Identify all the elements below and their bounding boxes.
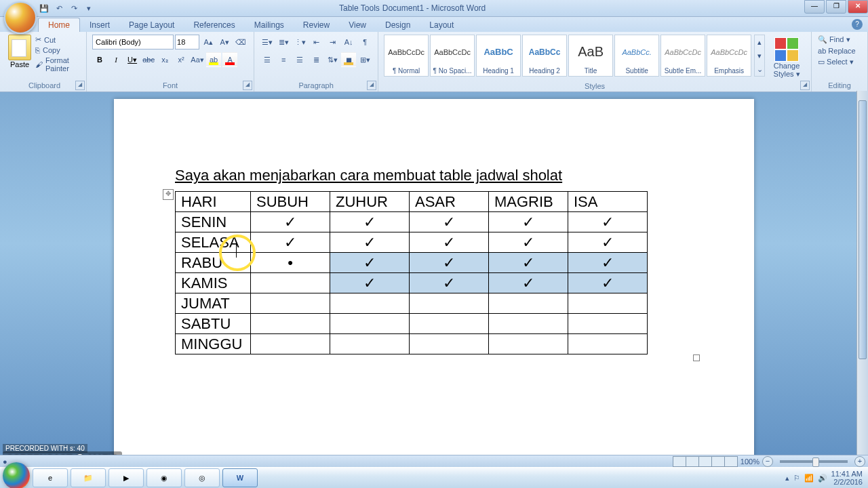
tab-design[interactable]: Design: [376, 18, 420, 32]
font-color-button[interactable]: A: [222, 52, 237, 67]
bold-button[interactable]: B: [92, 52, 107, 67]
tab-layout[interactable]: Layout: [420, 18, 463, 32]
table-cell[interactable]: ✓: [410, 253, 489, 273]
table-row[interactable]: JUMAT: [176, 293, 648, 314]
table-cell[interactable]: [568, 293, 648, 314]
taskbar-explorer[interactable]: 📁: [71, 468, 106, 487]
style-item[interactable]: AaBTitle: [568, 35, 613, 77]
table-cell[interactable]: ✓: [568, 273, 648, 293]
font-name-input[interactable]: [92, 35, 174, 49]
table-cell[interactable]: ✓: [568, 212, 648, 232]
table-cell[interactable]: [489, 334, 568, 354]
zoom-in-button[interactable]: +: [854, 456, 865, 467]
change-case-button[interactable]: Aa▾: [190, 52, 205, 67]
taskbar-ie[interactable]: e: [33, 468, 68, 487]
clear-format-button[interactable]: ⌫: [233, 35, 248, 49]
style-item[interactable]: AaBbCcDc¶ No Spaci...: [430, 35, 475, 77]
table-resize-handle[interactable]: [693, 354, 700, 361]
tab-view[interactable]: View: [339, 18, 376, 32]
document-heading[interactable]: Saya akan menjabarkan cara membuat table…: [175, 167, 693, 184]
vertical-scrollbar[interactable]: [856, 91, 868, 455]
gallery-up-icon[interactable]: ▴: [755, 35, 764, 49]
table-cell[interactable]: ✓: [489, 232, 568, 253]
day-cell[interactable]: SABTU: [176, 314, 251, 334]
table-row[interactable]: KAMIS✓✓✓✓: [176, 273, 648, 293]
schedule-table[interactable]: HARISUBUHZUHURASARMAGRIBISASENIN✓✓✓✓✓SEL…: [175, 191, 648, 354]
table-cell[interactable]: [568, 314, 648, 334]
select-button[interactable]: ▭Select ▾: [817, 57, 856, 67]
print-layout-view-button[interactable]: [673, 456, 686, 467]
table-cell[interactable]: [410, 314, 489, 334]
table-header-cell[interactable]: HARI: [176, 192, 251, 212]
align-center-button[interactable]: ≡: [276, 52, 291, 67]
table-cell[interactable]: [410, 293, 489, 314]
table-cell[interactable]: [410, 334, 489, 354]
table-cell[interactable]: ✓: [489, 212, 568, 232]
style-item[interactable]: AaBbCc.Subtitle: [614, 35, 659, 77]
scrollbar-thumb[interactable]: [859, 100, 867, 359]
table-header-cell[interactable]: MAGRIB: [489, 192, 568, 212]
save-icon[interactable]: 💾: [38, 2, 50, 14]
underline-button[interactable]: U▾: [125, 52, 140, 67]
table-cell[interactable]: [330, 314, 410, 334]
superscript-button[interactable]: x²: [174, 52, 189, 67]
table-cell[interactable]: ✓: [568, 232, 648, 253]
style-item[interactable]: AaBbCcDc¶ Normal: [384, 35, 429, 77]
highlight-button[interactable]: ab: [206, 52, 221, 67]
zoom-level[interactable]: 100%: [741, 458, 760, 466]
day-cell[interactable]: RABU: [176, 253, 251, 273]
grow-font-button[interactable]: A▴: [201, 35, 216, 49]
gallery-down-icon[interactable]: ▾: [755, 49, 764, 62]
table-cell[interactable]: ✓: [330, 253, 410, 273]
table-cell[interactable]: ✓: [330, 273, 410, 293]
format-painter-button[interactable]: 🖌Format Painter: [34, 56, 81, 73]
table-cell[interactable]: ✓: [410, 232, 489, 253]
table-header-cell[interactable]: ZUHUR: [330, 192, 410, 212]
justify-button[interactable]: ≣: [309, 52, 323, 67]
help-icon[interactable]: ?: [852, 19, 863, 30]
tab-page-layout[interactable]: Page Layout: [119, 18, 184, 32]
restore-button[interactable]: ❐: [826, 0, 846, 14]
day-cell[interactable]: SELASA: [176, 232, 251, 253]
table-cell[interactable]: ✓: [410, 273, 489, 293]
undo-icon[interactable]: ↶: [53, 2, 65, 14]
full-reading-view-button[interactable]: [686, 456, 699, 467]
table-cell[interactable]: [330, 293, 410, 314]
indent-button[interactable]: ⇥: [325, 35, 340, 49]
dialog-launcher-icon[interactable]: ◢: [367, 81, 376, 90]
zoom-out-button[interactable]: −: [762, 456, 773, 467]
subscript-button[interactable]: x₂: [157, 52, 172, 67]
style-item[interactable]: AaBbCcDcEmphasis: [707, 35, 751, 77]
shading-button[interactable]: ◼: [341, 52, 356, 67]
dialog-launcher-icon[interactable]: ◢: [75, 81, 85, 90]
borders-button[interactable]: ⊞▾: [357, 52, 372, 67]
close-button[interactable]: ✕: [848, 0, 868, 14]
cut-button[interactable]: ✂Cut: [34, 35, 81, 45]
start-button[interactable]: [3, 462, 30, 488]
gallery-more-icon[interactable]: ⌄: [755, 62, 764, 76]
table-header-cell[interactable]: ISA: [568, 192, 648, 212]
multilevel-button[interactable]: ⋮▾: [292, 35, 307, 49]
tab-mailings[interactable]: Mailings: [245, 18, 294, 32]
line-spacing-button[interactable]: ⇅▾: [325, 52, 340, 67]
draft-view-button[interactable]: [724, 456, 738, 467]
taskbar-media[interactable]: ▶: [108, 468, 144, 487]
taskbar-word[interactable]: W: [222, 468, 258, 487]
taskbar-chrome[interactable]: ◉: [146, 468, 182, 487]
day-cell[interactable]: JUMAT: [176, 293, 251, 314]
table-move-handle[interactable]: ✥: [163, 189, 174, 200]
tray-flag-icon[interactable]: ⚐: [793, 474, 800, 483]
table-cell[interactable]: [251, 293, 330, 314]
replace-button[interactable]: abReplace: [817, 46, 856, 56]
table-cell[interactable]: •: [251, 253, 330, 273]
table-cell[interactable]: ✓: [489, 273, 568, 293]
table-cell[interactable]: ✓: [330, 212, 410, 232]
styles-gallery[interactable]: AaBbCcDc¶ NormalAaBbCcDc¶ No Spaci...AaB…: [384, 35, 751, 77]
day-cell[interactable]: MINGGU: [176, 334, 251, 354]
show-marks-button[interactable]: ¶: [357, 35, 372, 49]
web-layout-view-button[interactable]: [698, 456, 712, 467]
tab-home[interactable]: Home: [38, 18, 80, 32]
table-cell[interactable]: ✓: [251, 232, 330, 253]
tray-volume-icon[interactable]: 🔊: [818, 474, 827, 483]
table-cell[interactable]: ✓: [330, 232, 410, 253]
